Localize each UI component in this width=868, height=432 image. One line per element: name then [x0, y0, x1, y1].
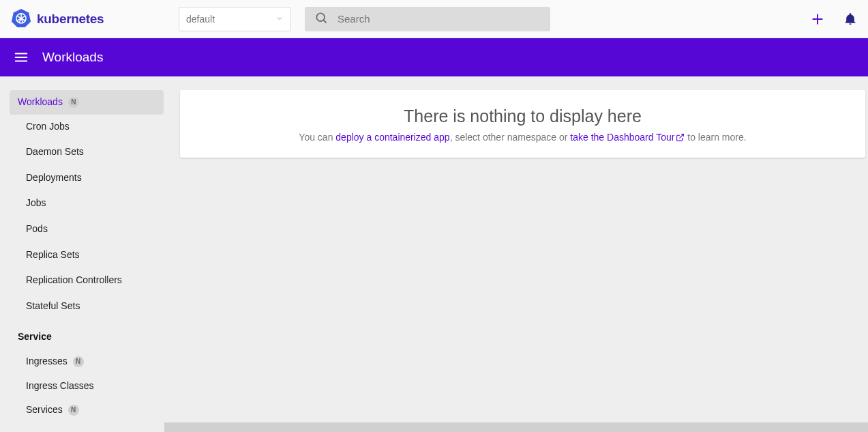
badge-namespaced-icon: N — [68, 405, 79, 416]
sidebar-item-label: Jobs — [26, 197, 46, 210]
sidebar: Workloads N Cron JobsDaemon SetsDeployme… — [10, 90, 164, 432]
sidebar-item-label: Deployments — [26, 171, 82, 185]
sidebar-item-workloads[interactable]: Workloads N — [10, 90, 164, 115]
sidebar-item-workloads-child[interactable]: Stateful Sets — [10, 294, 164, 319]
sidebar-item-workloads-child[interactable]: Replication Controllers — [10, 268, 164, 293]
deploy-app-link[interactable]: deploy a containerized app — [335, 132, 449, 143]
search-input[interactable] — [338, 13, 541, 25]
external-link-icon — [676, 133, 685, 144]
sidebar-item-ingress-classes[interactable]: Ingress Classes — [10, 374, 164, 399]
main-content: There is nothing to display here You can… — [180, 90, 868, 158]
empty-prefix: You can — [299, 132, 335, 143]
sidebar-item-label: Stateful Sets — [26, 300, 80, 313]
header-actions — [811, 12, 857, 26]
sidebar-item-workloads-child[interactable]: Pods — [10, 217, 164, 242]
notifications-button[interactable] — [843, 12, 857, 26]
horizontal-scrollbar[interactable] — [164, 422, 868, 432]
search-icon — [314, 11, 328, 27]
sidebar-item-label: Services — [26, 403, 63, 417]
section-title: Workloads — [42, 50, 103, 65]
section-bar: Workloads — [0, 38, 868, 76]
sidebar-item-ingresses[interactable]: Ingresses N — [10, 349, 164, 374]
dashboard-tour-link[interactable]: take the Dashboard Tour — [570, 132, 685, 143]
tour-link-text: take the Dashboard Tour — [570, 132, 674, 143]
badge-namespaced-icon: N — [68, 97, 79, 108]
svg-line-11 — [324, 20, 327, 23]
namespace-select-value: default — [186, 14, 215, 25]
sidebar-group-service: Service — [10, 321, 164, 349]
sidebar-item-workloads-child[interactable]: Cron Jobs — [10, 115, 164, 139]
sidebar-item-label: Daemon Sets — [26, 145, 84, 159]
sidebar-item-label: Ingresses — [26, 355, 68, 369]
sidebar-item-label: Ingress Classes — [26, 379, 94, 393]
search-box[interactable] — [305, 7, 550, 31]
sidebar-item-label: Cron Jobs — [26, 120, 70, 134]
empty-suffix: to learn more. — [685, 132, 746, 143]
sidebar-item-workloads-child[interactable]: Daemon Sets — [10, 140, 164, 164]
svg-line-17 — [680, 134, 684, 139]
sidebar-item-label: Pods — [26, 222, 48, 236]
sidebar-item-label: Replication Controllers — [26, 274, 122, 287]
badge-namespaced-icon: N — [73, 356, 84, 367]
empty-state-subtitle: You can deploy a containerized app, sele… — [196, 132, 849, 144]
empty-middle: , select other namespace or — [450, 132, 571, 143]
sidebar-item-label: Workloads — [18, 96, 63, 109]
kubernetes-logo-icon — [11, 8, 31, 31]
empty-state-card: There is nothing to display here You can… — [180, 90, 865, 158]
sidebar-item-workloads-child[interactable]: Replica Sets — [10, 243, 164, 268]
chevron-down-icon — [275, 14, 284, 25]
sidebar-item-label: Replica Sets — [26, 248, 80, 262]
create-button[interactable] — [811, 12, 824, 26]
sidebar-group-config-storage: Config and Storage — [10, 422, 164, 432]
sidebar-item-services[interactable]: Services N — [10, 398, 164, 422]
sidebar-item-workloads-child[interactable]: Jobs — [10, 191, 164, 216]
svg-point-10 — [316, 13, 325, 21]
empty-state-title: There is nothing to display here — [196, 106, 849, 126]
menu-toggle[interactable] — [14, 50, 29, 65]
top-header: kubernetes default — [0, 0, 868, 38]
brand-name: kubernetes — [37, 12, 104, 27]
sidebar-item-workloads-child[interactable]: Deployments — [10, 166, 164, 190]
namespace-select[interactable]: default — [179, 7, 291, 31]
page-body: Workloads N Cron JobsDaemon SetsDeployme… — [0, 76, 868, 432]
brand[interactable]: kubernetes — [11, 8, 154, 31]
